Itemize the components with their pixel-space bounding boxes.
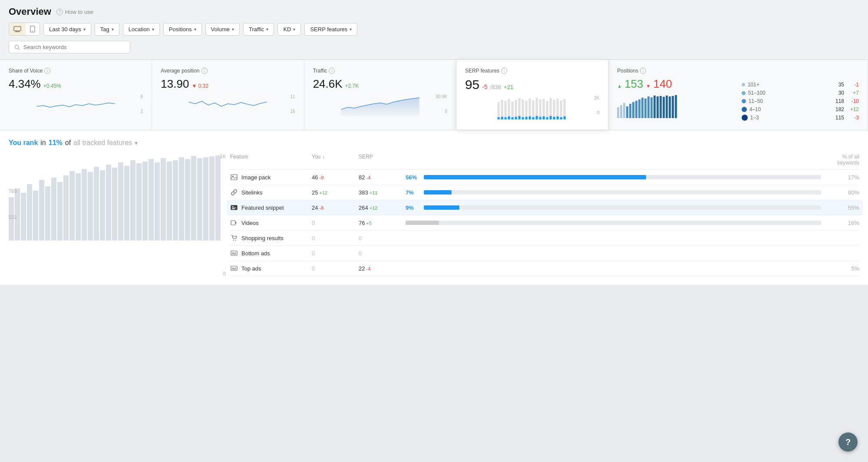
serp-label: SERP features i xyxy=(465,68,599,74)
legend-dot-4to10 xyxy=(742,107,747,112)
svg-rect-84 xyxy=(100,170,105,241)
traffic-card: Traffic i 24.6K +2.7K 80.9K 0 xyxy=(304,60,456,130)
all-keywords-pct: 80% xyxy=(825,189,859,196)
svg-rect-58 xyxy=(644,99,647,118)
serp-total-change: +21 xyxy=(504,84,513,90)
avgpos-sparkline xyxy=(161,94,295,112)
mobile-device-button[interactable] xyxy=(26,23,40,35)
you-value: 24 -8 xyxy=(312,205,355,211)
table-row[interactable]: Featured snippet 24 -8 264 +12 9% 55% xyxy=(227,200,863,215)
table-row[interactable]: Ad Top ads 0 22 -4 5% xyxy=(230,261,859,276)
table-row[interactable]: Videos 0 76 +5 16% xyxy=(230,215,859,231)
svg-rect-28 xyxy=(564,99,566,119)
positions-info-icon[interactable]: i xyxy=(640,68,646,74)
svg-rect-66 xyxy=(669,96,671,118)
svg-rect-25 xyxy=(553,100,555,119)
desktop-device-button[interactable] xyxy=(9,23,26,35)
serp-features-card: SERP features i 95 -5 /838 +21 xyxy=(456,60,608,130)
legend-count-11to50: 118 xyxy=(835,98,844,104)
svg-rect-96 xyxy=(173,160,178,241)
metrics-row: Share of Voice i 4.34% +0.45% 6 2 Averag… xyxy=(0,60,868,130)
sov-info-icon[interactable]: i xyxy=(44,68,50,74)
svg-rect-12 xyxy=(508,99,510,119)
last30days-filter[interactable]: Last 30 days ▾ xyxy=(43,23,91,36)
kd-filter[interactable]: KD ▾ xyxy=(277,23,301,36)
table-row[interactable]: Image pack 46 -9 82 -4 56% 17% xyxy=(230,170,859,185)
chevron-down-icon: ▾ xyxy=(266,27,268,32)
traffic-area-chart xyxy=(313,94,447,116)
svg-rect-110 xyxy=(231,221,235,225)
feature-name: Shopping results xyxy=(230,234,308,242)
svg-marker-8 xyxy=(341,98,419,116)
svg-rect-93 xyxy=(155,162,160,241)
svg-rect-74 xyxy=(39,180,44,241)
tag-filter[interactable]: Tag ▾ xyxy=(95,23,119,36)
svg-rect-59 xyxy=(647,96,650,118)
how-to-use-link[interactable]: ? How to use xyxy=(56,9,93,15)
svg-rect-61 xyxy=(653,96,656,118)
legend-label-51to100: 51–100 xyxy=(748,90,836,96)
serp-value: 95 xyxy=(465,77,479,92)
serp-info-icon[interactable]: i xyxy=(501,68,507,74)
legend-row-1to3: 1–3 115 -3 xyxy=(742,115,859,121)
svg-rect-50 xyxy=(620,105,622,118)
svg-rect-19 xyxy=(532,100,535,119)
positions-values: ▲ 153 ▼ 140 xyxy=(617,77,734,91)
svg-rect-35 xyxy=(518,116,521,119)
legend-count-51to100: 30 xyxy=(838,90,844,96)
svg-rect-75 xyxy=(45,186,50,241)
tag-label: Tag xyxy=(100,26,109,33)
avgpos-value-row: 13.90 ▼ 0.32 xyxy=(161,77,295,91)
svg-rect-46 xyxy=(557,116,559,119)
you-value: 0 xyxy=(312,220,355,226)
tracked-features-dropdown[interactable]: ▾ xyxy=(135,139,138,146)
traffic-info-icon[interactable]: i xyxy=(329,68,335,74)
svg-rect-10 xyxy=(501,100,503,119)
pos-down-value: 140 xyxy=(653,77,672,91)
svg-line-7 xyxy=(18,48,20,50)
serp-value: 0 xyxy=(359,250,402,257)
table-row[interactable]: Sitelinks 25 +12 383 +11 7% 80% xyxy=(230,185,859,200)
legend-label-1to3: 1–3 xyxy=(750,115,833,121)
avgpos-info-icon[interactable]: i xyxy=(201,68,208,74)
table-row[interactable]: Ad Bottom ads 0 0 xyxy=(230,246,859,261)
pos-down-arrow: ▼ xyxy=(646,83,651,89)
svg-rect-43 xyxy=(546,117,548,119)
chevron-down-icon: ▾ xyxy=(152,27,154,32)
traffic-label: Traffic i xyxy=(313,68,447,74)
location-filter[interactable]: Location ▾ xyxy=(123,23,160,36)
th-feature: Feature xyxy=(230,154,308,166)
table-row[interactable]: Shopping results 0 0 xyxy=(230,231,859,246)
chevron-down-icon: ▾ xyxy=(194,27,196,32)
of-text: of xyxy=(65,139,71,147)
serp-features-filter[interactable]: SERP features ▾ xyxy=(304,23,357,36)
serp-chart: 1K 0 xyxy=(465,96,599,115)
svg-rect-62 xyxy=(657,96,659,118)
serp-value: 0 xyxy=(359,235,402,241)
svg-rect-40 xyxy=(536,116,538,119)
legend-change-1to3: -3 xyxy=(847,115,859,121)
svg-rect-42 xyxy=(543,116,545,119)
svg-rect-91 xyxy=(142,162,148,241)
svg-rect-108 xyxy=(232,208,236,208)
positions-filter[interactable]: Positions ▾ xyxy=(163,23,202,36)
legend-label-11to50: 11–50 xyxy=(749,98,833,104)
mobile-icon xyxy=(30,26,35,33)
you-value: 0 xyxy=(312,250,355,257)
volume-filter[interactable]: Volume ▾ xyxy=(205,23,240,36)
you-value: 46 -9 xyxy=(312,174,355,181)
svg-rect-49 xyxy=(617,107,619,118)
traffic-filter[interactable]: Traffic ▾ xyxy=(243,23,274,36)
svg-rect-83 xyxy=(94,167,99,241)
avg-position-card: Average position i 13.90 ▼ 0.32 11 16 xyxy=(152,60,304,130)
th-serp: SERP xyxy=(359,154,402,166)
page-title: Overview xyxy=(9,6,51,17)
svg-rect-109 xyxy=(232,209,235,210)
serp-rank-header: You rank in 11% of all tracked features … xyxy=(9,139,859,147)
serp-value: 22 -4 xyxy=(359,265,402,272)
svg-rect-34 xyxy=(515,117,517,119)
search-input[interactable] xyxy=(23,44,125,50)
feature-label: Bottom ads xyxy=(241,250,270,257)
svg-point-6 xyxy=(15,45,18,48)
serp-total: /838 xyxy=(490,84,501,90)
